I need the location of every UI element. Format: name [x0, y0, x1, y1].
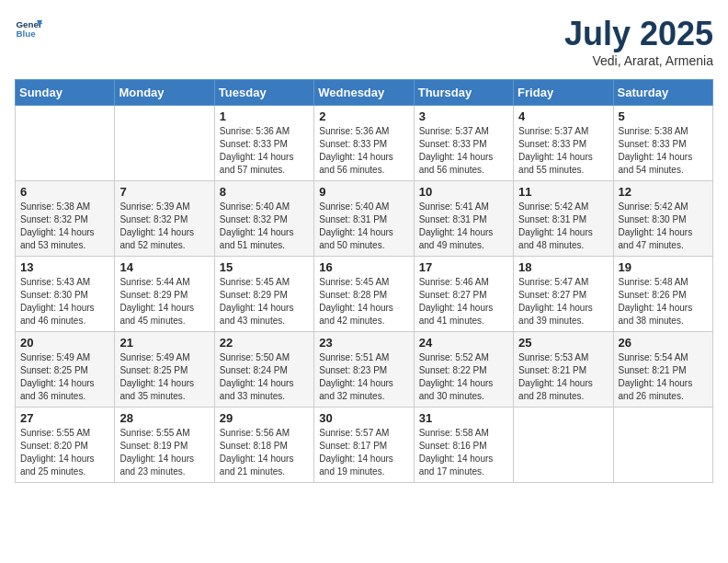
day-info: Sunrise: 5:44 AMSunset: 8:29 PMDaylight:… — [119, 276, 209, 327]
day-info: Sunrise: 5:38 AMSunset: 8:33 PMDaylight:… — [619, 125, 708, 177]
weekday-header: Tuesday — [214, 80, 313, 106]
location: Vedi, Ararat, Armenia — [564, 53, 713, 68]
weekday-header: Thursday — [414, 80, 513, 106]
day-number: 26 — [619, 336, 708, 350]
calendar-day-cell: 6Sunrise: 5:38 AMSunset: 8:32 PMDaylight… — [16, 181, 115, 257]
day-info: Sunrise: 5:51 AMSunset: 8:23 PMDaylight:… — [319, 351, 408, 403]
page-header: General Blue July 2025 Vedi, Ararat, Arm… — [15, 15, 713, 68]
day-number: 30 — [319, 411, 408, 425]
weekday-header: Sunday — [16, 80, 115, 106]
calendar-day-cell: 23Sunrise: 5:51 AMSunset: 8:23 PMDayligh… — [314, 332, 414, 408]
day-number: 8 — [220, 185, 309, 199]
calendar-day-cell: 1Sunrise: 5:36 AMSunset: 8:33 PMDaylight… — [214, 106, 313, 181]
calendar-day-cell: 14Sunrise: 5:44 AMSunset: 8:29 PMDayligh… — [115, 257, 214, 332]
weekday-header-row: SundayMondayTuesdayWednesdayThursdayFrid… — [16, 80, 713, 106]
calendar-day-cell: 12Sunrise: 5:42 AMSunset: 8:30 PMDayligh… — [613, 181, 712, 257]
calendar-day-cell: 16Sunrise: 5:45 AMSunset: 8:28 PMDayligh… — [314, 257, 414, 332]
calendar-day-cell: 3Sunrise: 5:37 AMSunset: 8:33 PMDaylight… — [414, 106, 513, 181]
svg-text:Blue: Blue — [17, 29, 37, 39]
day-number: 4 — [518, 109, 608, 123]
calendar-day-cell: 21Sunrise: 5:49 AMSunset: 8:25 PMDayligh… — [115, 332, 214, 408]
day-number: 3 — [419, 109, 508, 123]
calendar-table: SundayMondayTuesdayWednesdayThursdayFrid… — [15, 79, 713, 483]
calendar-day-cell: 30Sunrise: 5:57 AMSunset: 8:17 PMDayligh… — [314, 408, 414, 483]
day-number: 19 — [619, 260, 708, 274]
calendar-day-cell: 19Sunrise: 5:48 AMSunset: 8:26 PMDayligh… — [613, 257, 712, 332]
day-number: 6 — [20, 185, 109, 199]
day-number: 27 — [20, 411, 109, 425]
day-info: Sunrise: 5:45 AMSunset: 8:29 PMDaylight:… — [220, 276, 309, 327]
calendar-day-cell: 29Sunrise: 5:56 AMSunset: 8:18 PMDayligh… — [214, 408, 313, 483]
calendar-day-cell: 20Sunrise: 5:49 AMSunset: 8:25 PMDayligh… — [16, 332, 115, 408]
calendar-day-cell: 13Sunrise: 5:43 AMSunset: 8:30 PMDayligh… — [16, 257, 115, 332]
day-number: 21 — [119, 336, 209, 350]
day-info: Sunrise: 5:40 AMSunset: 8:31 PMDaylight:… — [319, 201, 408, 252]
day-info: Sunrise: 5:43 AMSunset: 8:30 PMDaylight:… — [20, 276, 109, 327]
day-number: 1 — [220, 109, 309, 123]
day-info: Sunrise: 5:36 AMSunset: 8:33 PMDaylight:… — [319, 125, 408, 177]
day-number: 9 — [319, 185, 408, 199]
calendar-day-cell: 15Sunrise: 5:45 AMSunset: 8:29 PMDayligh… — [214, 257, 313, 332]
calendar-week-row: 1Sunrise: 5:36 AMSunset: 8:33 PMDaylight… — [16, 106, 713, 181]
logo: General Blue — [15, 15, 42, 42]
day-number: 2 — [319, 109, 408, 123]
calendar-day-cell: 5Sunrise: 5:38 AMSunset: 8:33 PMDaylight… — [613, 106, 712, 181]
month-title: July 2025 — [564, 15, 713, 53]
day-number: 31 — [419, 411, 508, 425]
day-info: Sunrise: 5:37 AMSunset: 8:33 PMDaylight:… — [518, 125, 608, 177]
day-info: Sunrise: 5:54 AMSunset: 8:21 PMDaylight:… — [619, 351, 708, 403]
weekday-header: Monday — [115, 80, 214, 106]
day-info: Sunrise: 5:52 AMSunset: 8:22 PMDaylight:… — [419, 351, 508, 403]
calendar-day-cell: 22Sunrise: 5:50 AMSunset: 8:24 PMDayligh… — [214, 332, 313, 408]
calendar-day-cell: 7Sunrise: 5:39 AMSunset: 8:32 PMDaylight… — [115, 181, 214, 257]
calendar-day-cell: 2Sunrise: 5:36 AMSunset: 8:33 PMDaylight… — [314, 106, 414, 181]
calendar-day-cell: 10Sunrise: 5:41 AMSunset: 8:31 PMDayligh… — [414, 181, 513, 257]
day-number: 28 — [119, 411, 209, 425]
calendar-day-cell — [613, 408, 712, 483]
day-info: Sunrise: 5:42 AMSunset: 8:30 PMDaylight:… — [619, 201, 708, 252]
calendar-day-cell: 24Sunrise: 5:52 AMSunset: 8:22 PMDayligh… — [414, 332, 513, 408]
calendar-day-cell: 31Sunrise: 5:58 AMSunset: 8:16 PMDayligh… — [414, 408, 513, 483]
calendar-day-cell: 18Sunrise: 5:47 AMSunset: 8:27 PMDayligh… — [514, 257, 613, 332]
day-info: Sunrise: 5:41 AMSunset: 8:31 PMDaylight:… — [419, 201, 508, 252]
day-number: 29 — [220, 411, 309, 425]
day-number: 13 — [20, 260, 109, 274]
calendar-day-cell — [16, 106, 115, 181]
day-number: 5 — [619, 109, 708, 123]
weekday-header: Saturday — [613, 80, 712, 106]
day-info: Sunrise: 5:37 AMSunset: 8:33 PMDaylight:… — [419, 125, 508, 177]
day-info: Sunrise: 5:55 AMSunset: 8:19 PMDaylight:… — [119, 427, 209, 478]
day-number: 16 — [319, 260, 408, 274]
day-info: Sunrise: 5:38 AMSunset: 8:32 PMDaylight:… — [20, 201, 109, 252]
day-number: 14 — [119, 260, 209, 274]
day-info: Sunrise: 5:55 AMSunset: 8:20 PMDaylight:… — [20, 427, 109, 478]
day-info: Sunrise: 5:56 AMSunset: 8:18 PMDaylight:… — [220, 427, 309, 478]
day-number: 17 — [419, 260, 508, 274]
weekday-header: Wednesday — [314, 80, 414, 106]
day-number: 23 — [319, 336, 408, 350]
day-info: Sunrise: 5:49 AMSunset: 8:25 PMDaylight:… — [20, 351, 109, 403]
day-number: 11 — [518, 185, 608, 199]
calendar-day-cell — [115, 106, 214, 181]
day-info: Sunrise: 5:50 AMSunset: 8:24 PMDaylight:… — [220, 351, 309, 403]
calendar-week-row: 27Sunrise: 5:55 AMSunset: 8:20 PMDayligh… — [16, 408, 713, 483]
day-info: Sunrise: 5:40 AMSunset: 8:32 PMDaylight:… — [220, 201, 309, 252]
day-info: Sunrise: 5:49 AMSunset: 8:25 PMDaylight:… — [119, 351, 209, 403]
day-info: Sunrise: 5:42 AMSunset: 8:31 PMDaylight:… — [518, 201, 608, 252]
day-number: 7 — [119, 185, 209, 199]
day-info: Sunrise: 5:47 AMSunset: 8:27 PMDaylight:… — [518, 276, 608, 327]
day-number: 15 — [220, 260, 309, 274]
weekday-header: Friday — [514, 80, 613, 106]
calendar-day-cell: 11Sunrise: 5:42 AMSunset: 8:31 PMDayligh… — [514, 181, 613, 257]
day-info: Sunrise: 5:53 AMSunset: 8:21 PMDaylight:… — [518, 351, 608, 403]
calendar-day-cell: 25Sunrise: 5:53 AMSunset: 8:21 PMDayligh… — [514, 332, 613, 408]
day-info: Sunrise: 5:36 AMSunset: 8:33 PMDaylight:… — [220, 125, 309, 177]
day-number: 10 — [419, 185, 508, 199]
logo-icon: General Blue — [15, 15, 42, 42]
day-info: Sunrise: 5:48 AMSunset: 8:26 PMDaylight:… — [619, 276, 708, 327]
calendar-day-cell: 17Sunrise: 5:46 AMSunset: 8:27 PMDayligh… — [414, 257, 513, 332]
day-number: 12 — [619, 185, 708, 199]
calendar-week-row: 13Sunrise: 5:43 AMSunset: 8:30 PMDayligh… — [16, 257, 713, 332]
calendar-week-row: 6Sunrise: 5:38 AMSunset: 8:32 PMDaylight… — [16, 181, 713, 257]
day-number: 22 — [220, 336, 309, 350]
